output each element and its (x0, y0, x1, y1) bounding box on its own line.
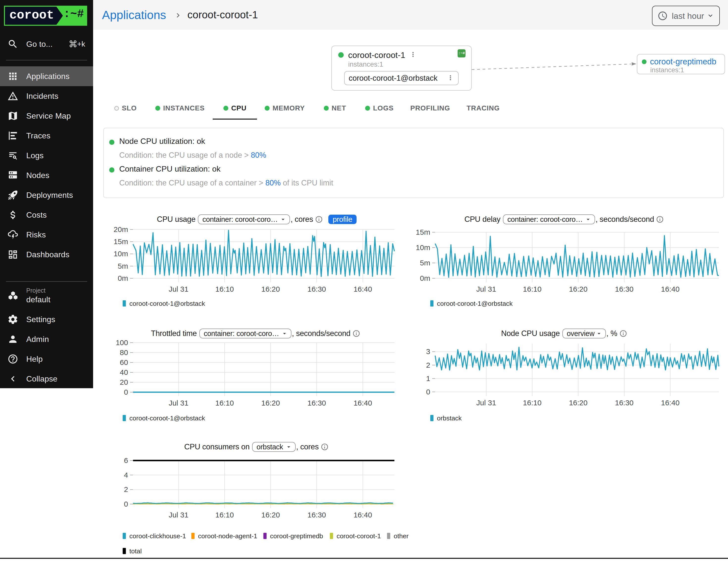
svg-text:16:10: 16:10 (215, 511, 234, 519)
svg-text:0m: 0m (118, 274, 128, 282)
svg-text:20m: 20m (114, 225, 128, 233)
svg-text:60: 60 (120, 358, 128, 366)
svg-text:5m: 5m (420, 259, 430, 267)
svg-text:16:30: 16:30 (615, 285, 633, 293)
svg-text:4: 4 (124, 471, 128, 479)
svg-text:10m: 10m (416, 243, 430, 252)
svg-text:Jul 31: Jul 31 (169, 285, 188, 293)
svg-text:0: 0 (124, 388, 128, 396)
svg-text:coroot-node-agent-1: coroot-node-agent-1 (198, 532, 257, 540)
svg-text:coroot-greptimedb: coroot-greptimedb (270, 532, 323, 540)
svg-text:15m: 15m (416, 228, 430, 236)
svg-text:16:20: 16:20 (569, 399, 588, 407)
svg-text:16:10: 16:10 (523, 285, 542, 293)
svg-text:Jul 31: Jul 31 (169, 399, 188, 407)
svg-text:coroot-coroot-1@orbstack: coroot-coroot-1@orbstack (437, 300, 513, 307)
svg-text:1: 1 (426, 374, 430, 383)
svg-text:3: 3 (426, 347, 430, 356)
svg-text:Jul 31: Jul 31 (169, 511, 188, 519)
svg-text:16:30: 16:30 (307, 285, 326, 293)
svg-text:2: 2 (124, 485, 128, 493)
svg-text:40: 40 (120, 368, 128, 376)
svg-text:16:20: 16:20 (261, 511, 280, 519)
svg-text:coroot-coroot-1@orbstack: coroot-coroot-1@orbstack (129, 300, 205, 307)
svg-text:coroot-clickhouse-1: coroot-clickhouse-1 (129, 532, 186, 540)
svg-text:16:40: 16:40 (661, 285, 679, 293)
svg-text:coroot-coroot-1@orbstack: coroot-coroot-1@orbstack (129, 414, 205, 422)
svg-text:0m: 0m (420, 274, 430, 282)
svg-text:other: other (394, 532, 409, 540)
svg-text:16:20: 16:20 (569, 285, 588, 293)
svg-text:0: 0 (124, 500, 128, 508)
svg-text:orbstack: orbstack (437, 414, 462, 422)
svg-text:20: 20 (120, 378, 128, 386)
svg-text:10m: 10m (114, 250, 128, 258)
svg-text:16:40: 16:40 (354, 285, 372, 293)
svg-text:2: 2 (426, 361, 430, 369)
svg-text:16:10: 16:10 (215, 285, 234, 293)
svg-text:16:20: 16:20 (261, 285, 280, 293)
svg-text:16:10: 16:10 (215, 399, 234, 407)
svg-text:16:40: 16:40 (354, 511, 372, 519)
svg-text:16:10: 16:10 (523, 399, 542, 407)
svg-text:16:20: 16:20 (261, 399, 280, 407)
svg-text:total: total (129, 547, 142, 555)
svg-text:16:40: 16:40 (661, 399, 679, 407)
svg-text:coroot-coroot-1: coroot-coroot-1 (337, 532, 381, 540)
svg-text:16:30: 16:30 (615, 399, 633, 407)
svg-text:Jul 31: Jul 31 (476, 285, 496, 293)
svg-text:16:30: 16:30 (307, 511, 326, 519)
svg-text:5m: 5m (118, 262, 128, 270)
svg-text:0: 0 (426, 388, 430, 396)
svg-text:6: 6 (124, 456, 128, 464)
svg-text:15m: 15m (114, 237, 128, 246)
svg-text:80: 80 (120, 348, 128, 357)
svg-text:16:30: 16:30 (307, 399, 326, 407)
svg-text:16:40: 16:40 (354, 399, 372, 407)
svg-text:100: 100 (116, 338, 128, 347)
svg-text:Jul 31: Jul 31 (476, 399, 496, 407)
